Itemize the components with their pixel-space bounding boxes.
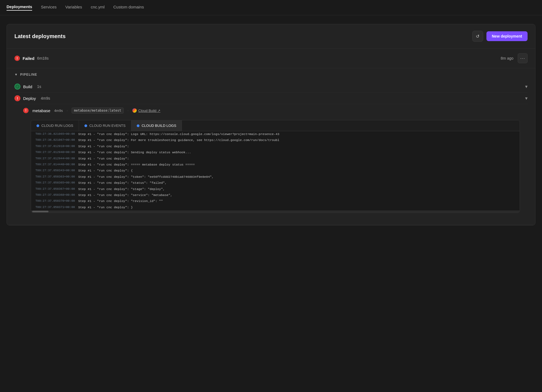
card-header: Latest deployments ↺ New deployment xyxy=(7,24,535,48)
tab-label-cloud-build-logs: CLOUD BUILD LOGS xyxy=(142,124,176,128)
pipeline-step-deploy[interactable]: ! Deploy 4m9s ▾ xyxy=(14,93,528,104)
log-container: CLOUD RUN LOGS CLOUD RUN EVENTS CLOUD BU… xyxy=(31,120,520,213)
log-timestamp: T09:27:37.058368+00:00 xyxy=(35,193,75,198)
log-line: T09:27:37.012944+00:00Step #1 - "run cnc… xyxy=(31,156,520,162)
log-text: Step #1 - "run cnc deploy": "revision_id… xyxy=(78,199,163,204)
dot-separator: · xyxy=(67,108,68,113)
failed-status-icon: ! xyxy=(14,56,20,61)
status-label: Failed xyxy=(23,56,34,61)
nav-item-variables[interactable]: Variables xyxy=(65,5,82,10)
log-line: T09:27:37.058371+00:00Step #1 - "run cnc… xyxy=(31,204,520,210)
pipeline-chevron: ▼ xyxy=(14,73,18,76)
log-timestamp: T09:27:37.058343+00:00 xyxy=(35,168,75,173)
log-line: T09:27:37.058370+00:00Step #1 - "run cnc… xyxy=(31,198,520,204)
log-timestamp: T09:27:36.821067+00:00 xyxy=(35,138,75,143)
log-line: T09:27:37.058343+00:00Step #1 - "run cnc… xyxy=(31,168,520,174)
log-text: Step #1 - "run cnc deploy": xyxy=(78,144,129,149)
log-text: Step #1 - "run cnc deploy": "service": "… xyxy=(78,193,172,198)
new-deployment-button[interactable]: New deployment xyxy=(486,31,528,41)
log-line: T09:27:37.058368+00:00Step #1 - "run cnc… xyxy=(31,192,520,198)
cloud-build-link[interactable]: Cloud Build ↗ xyxy=(132,108,160,113)
tab-dot-icon xyxy=(84,124,87,127)
scroll-thumb[interactable] xyxy=(32,211,48,212)
pipeline-step-build[interactable]: ✓ Build 1s ▾ xyxy=(14,81,528,93)
time-ago: 8m ago xyxy=(501,56,513,60)
deploy-step-name: Deploy xyxy=(23,96,36,101)
nav-item-custom-domains[interactable]: Custom domains xyxy=(113,5,144,10)
cloud-icon xyxy=(132,108,137,113)
log-line: T09:27:37.014448+00:00Step #1 - "run cnc… xyxy=(31,162,520,168)
step-left: ! Deploy 4m9s xyxy=(14,95,50,101)
tab-cloud-build-logs[interactable]: CLOUD BUILD LOGS xyxy=(131,120,182,131)
pipeline-section: ▼ PIPELINE ✓ Build 1s ▾ ! Deploy xyxy=(7,68,535,225)
deployment-status: ! Failed 6m18s xyxy=(14,56,48,61)
log-content[interactable]: T09:27:36.821065+00:00Step #1 - "run cnc… xyxy=(31,131,520,210)
service-row: ! metabase 4m9s · metabase/metabase:late… xyxy=(14,104,528,117)
log-text: Step #1 - "run cnc deploy": "stage": "de… xyxy=(78,187,165,192)
log-timestamp: T09:27:36.821065+00:00 xyxy=(35,132,75,137)
nav-item-services[interactable]: Services xyxy=(41,5,57,10)
tab-dot-icon xyxy=(36,124,39,127)
nav-item-cncyml[interactable]: cnc.yml xyxy=(91,5,105,10)
tab-cloud-run-events[interactable]: CLOUD RUN EVENTS xyxy=(79,120,131,131)
step-right: ▾ xyxy=(525,84,528,90)
log-timestamp: T09:27:37.012940+00:00 xyxy=(35,150,75,155)
step-left: ✓ Build 1s xyxy=(14,84,41,90)
tab-label-cloud-run-logs: CLOUD RUN LOGS xyxy=(41,124,73,128)
service-failed-icon: ! xyxy=(23,108,29,113)
tab-label-cloud-run-events: CLOUD RUN EVENTS xyxy=(89,124,126,128)
deploy-failed-icon: ! xyxy=(14,95,20,101)
more-options-button[interactable]: ··· xyxy=(518,53,528,63)
dot-separator-2: · xyxy=(127,108,129,113)
chevron-down-icon: ▾ xyxy=(525,95,528,101)
log-line: T09:27:37.012918+00:00Step #1 - "run cnc… xyxy=(31,143,520,149)
log-timestamp: T09:27:37.012944+00:00 xyxy=(35,156,75,161)
log-timestamp: T09:27:37.058365+00:00 xyxy=(35,180,75,185)
tab-dot-icon xyxy=(137,124,139,127)
log-timestamp: T09:27:37.012918+00:00 xyxy=(35,144,75,149)
nav-item-deployments[interactable]: Deployments xyxy=(7,4,32,11)
chevron-down-icon: ▾ xyxy=(525,84,528,90)
refresh-button[interactable]: ↺ xyxy=(472,31,483,42)
main-content: Latest deployments ↺ New deployment ! Fa… xyxy=(0,15,542,234)
deployments-card: Latest deployments ↺ New deployment ! Fa… xyxy=(7,24,535,225)
deployment-meta: 8m ago ··· xyxy=(501,53,528,63)
log-text: Step #1 - "run cnc deploy": } xyxy=(78,205,133,210)
log-text: Step #1 - "run cnc deploy": "status": "f… xyxy=(78,180,166,185)
log-text: Step #1 - "run cnc deploy": Sending depl… xyxy=(78,150,191,155)
deploy-step-duration: 4m9s xyxy=(41,96,50,100)
log-line: T09:27:37.058363+00:00Step #1 - "run cnc… xyxy=(31,174,520,180)
log-line: T09:27:37.012940+00:00Step #1 - "run cnc… xyxy=(31,149,520,155)
log-lines: T09:27:36.821065+00:00Step #1 - "run cnc… xyxy=(31,131,520,210)
top-navigation: Deployments Services Variables cnc.yml C… xyxy=(0,0,542,15)
cloud-build-label: Cloud Build ↗ xyxy=(138,109,160,113)
log-line: T09:27:37.058365+00:00Step #1 - "run cnc… xyxy=(31,180,520,186)
log-text: Step #1 - "run cnc deploy": { xyxy=(78,168,133,173)
log-tabs: CLOUD RUN LOGS CLOUD RUN EVENTS CLOUD BU… xyxy=(31,120,520,131)
log-timestamp: T09:27:37.058363+00:00 xyxy=(35,174,75,179)
header-actions: ↺ New deployment xyxy=(472,31,528,42)
build-step-name: Build xyxy=(23,84,32,89)
pipeline-label: PIPELINE xyxy=(20,73,37,76)
log-text: Step #1 - "run cnc deploy": Logs URL: ht… xyxy=(78,132,279,137)
log-text: Step #1 - "run cnc deploy": "token": "ee… xyxy=(78,174,214,179)
log-line: T09:27:36.821065+00:00Step #1 - "run cnc… xyxy=(31,131,520,137)
service-duration: 4m9s xyxy=(54,109,63,113)
log-line: T09:27:37.058367+00:00Step #1 - "run cnc… xyxy=(31,186,520,192)
deployment-duration: 6m18s xyxy=(37,56,48,60)
pipeline-header: ▼ PIPELINE xyxy=(14,73,528,76)
build-success-icon: ✓ xyxy=(14,84,20,90)
step-right: ▾ xyxy=(525,95,528,101)
horizontal-scrollbar[interactable] xyxy=(31,210,520,213)
card-title: Latest deployments xyxy=(14,33,66,39)
log-timestamp: T09:27:37.058370+00:00 xyxy=(35,199,75,204)
log-timestamp: T09:27:37.014448+00:00 xyxy=(35,162,75,167)
log-timestamp: T09:27:37.058367+00:00 xyxy=(35,187,75,192)
build-step-duration: 1s xyxy=(37,84,41,89)
deployment-row: ! Failed 6m18s 8m ago ··· xyxy=(7,48,535,68)
log-timestamp: T09:27:37.058371+00:00 xyxy=(35,205,75,210)
log-text: Step #1 - "run cnc deploy": For more tro… xyxy=(78,138,279,143)
log-text: Step #1 - "run cnc deploy": ===== metaba… xyxy=(78,162,195,167)
tab-cloud-run-logs[interactable]: CLOUD RUN LOGS xyxy=(31,120,79,131)
log-text: Step #1 - "run cnc deploy": xyxy=(78,156,129,161)
